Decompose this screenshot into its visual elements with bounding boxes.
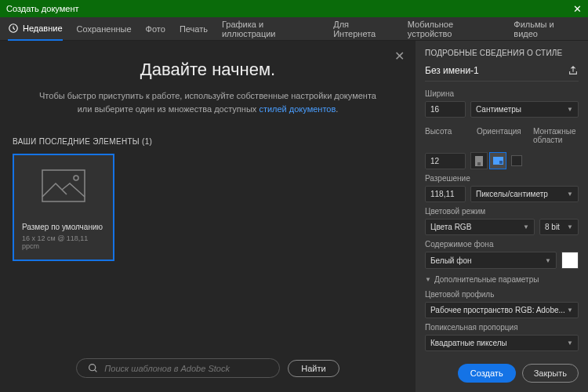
recent-items: Размер по умолчанию 16 x 12 см @ 118,11 … — [0, 154, 416, 261]
orientation-landscape[interactable] — [489, 152, 506, 169]
clock-icon — [8, 23, 19, 34]
details-title: ПОДРОБНЫЕ СВЕДЕНИЯ О СТИЛЕ — [425, 49, 579, 57]
portrait-icon — [475, 156, 483, 166]
tab-recent[interactable]: Недавние — [8, 17, 63, 41]
recent-header: ВАШИ ПОСЛЕДНИЕ ЭЛЕМЕНТЫ (1) — [0, 129, 416, 154]
close-button[interactable]: Закрыть — [522, 364, 579, 383]
hero-close-icon[interactable]: ✕ — [394, 49, 405, 64]
chevron-down-icon: ▼ — [567, 307, 573, 314]
artboards-label: Монтажные области — [533, 127, 579, 144]
width-unit-select[interactable]: Сантиметры▼ — [470, 101, 579, 118]
width-input[interactable] — [425, 101, 466, 118]
hero-link[interactable]: стилей документов — [259, 104, 336, 114]
width-label: Ширина — [425, 89, 579, 98]
resolution-label: Разрешение — [425, 174, 579, 183]
chevron-down-icon: ▼ — [425, 276, 431, 283]
svg-point-2 — [74, 176, 78, 180]
svg-point-3 — [89, 365, 96, 371]
advanced-toggle[interactable]: ▼Дополнительные параметры — [425, 275, 579, 284]
search-button[interactable]: Найти — [288, 360, 339, 377]
colormode-label: Цветовой режим — [425, 207, 579, 216]
tab-art[interactable]: Графика и иллюстрации — [222, 14, 319, 44]
hero-text: Чтобы быстро приступить к работе, исполь… — [31, 89, 384, 115]
create-button[interactable]: Создать — [458, 364, 516, 383]
chevron-down-icon: ▼ — [545, 257, 551, 264]
preset-thumb — [14, 155, 113, 216]
background-swatch[interactable] — [561, 252, 579, 269]
chevron-down-icon: ▼ — [523, 223, 529, 230]
search-input-wrap[interactable] — [76, 358, 280, 378]
search-input[interactable] — [104, 364, 268, 373]
svg-rect-5 — [477, 162, 481, 165]
resolution-unit-select[interactable]: Пикселы/сантиметр▼ — [470, 186, 579, 202]
pixelratio-label: Попиксельная пропорция — [425, 323, 579, 332]
left-panel: ✕ Давайте начнем. Чтобы быстро приступит… — [0, 41, 416, 392]
profile-label: Цветовой профиль — [425, 290, 579, 299]
orientation-portrait[interactable] — [470, 152, 488, 169]
chevron-down-icon: ▼ — [567, 223, 573, 230]
background-label: Содержимое фона — [425, 240, 579, 249]
window-title: Создать документ — [6, 4, 79, 13]
orientation-label: Ориентация — [477, 127, 522, 136]
resolution-input[interactable] — [425, 186, 466, 202]
chevron-down-icon: ▼ — [567, 339, 573, 347]
preset-default[interactable]: Размер по умолчанию 16 x 12 см @ 118,11 … — [13, 154, 114, 261]
tab-mobile[interactable]: Мобильное устройство — [408, 14, 500, 44]
search-bar: Найти — [0, 344, 416, 392]
export-icon[interactable] — [568, 65, 579, 76]
colormode-select[interactable]: Цвета RGB▼ — [425, 219, 535, 235]
preset-meta: 16 x 12 см @ 118,11 ppcm — [22, 234, 105, 250]
tab-web[interactable]: Для Интернета — [333, 14, 394, 44]
window-close-icon[interactable]: ✕ — [573, 3, 582, 15]
tab-photo[interactable]: Фото — [146, 19, 165, 39]
category-tabs: Недавние Сохраненные Фото Печать Графика… — [0, 17, 588, 41]
hero-heading: Давайте начнем. — [31, 60, 384, 80]
details-panel: ПОДРОБНЫЕ СВЕДЕНИЯ О СТИЛЕ Без имени-1 Ш… — [416, 41, 588, 392]
footer-buttons: Создать Закрыть — [458, 364, 579, 383]
image-icon — [42, 169, 85, 202]
landscape-icon — [493, 157, 503, 165]
chevron-down-icon: ▼ — [567, 191, 573, 198]
tab-print[interactable]: Печать — [180, 19, 208, 39]
search-icon — [88, 363, 98, 373]
height-input[interactable] — [425, 153, 466, 169]
preset-title: Размер по умолчанию — [22, 223, 105, 231]
profile-select[interactable]: Рабочее пространство RGB: Adobe...▼ — [425, 302, 579, 318]
artboards-checkbox[interactable] — [511, 155, 522, 166]
chevron-down-icon: ▼ — [567, 106, 573, 113]
height-label: Высота — [425, 127, 466, 136]
tab-saved[interactable]: Сохраненные — [77, 19, 132, 39]
svg-rect-1 — [42, 170, 85, 201]
tab-film[interactable]: Фильмы и видео — [514, 14, 580, 44]
doc-name[interactable]: Без имени-1 — [425, 65, 479, 76]
svg-rect-7 — [499, 161, 503, 164]
bitdepth-select[interactable]: 8 bit▼ — [539, 219, 579, 235]
hero-section: ✕ Давайте начнем. Чтобы быстро приступит… — [0, 41, 416, 129]
pixelratio-select[interactable]: Квадратные пикселы▼ — [425, 335, 579, 351]
background-select[interactable]: Белый фон▼ — [425, 252, 557, 269]
